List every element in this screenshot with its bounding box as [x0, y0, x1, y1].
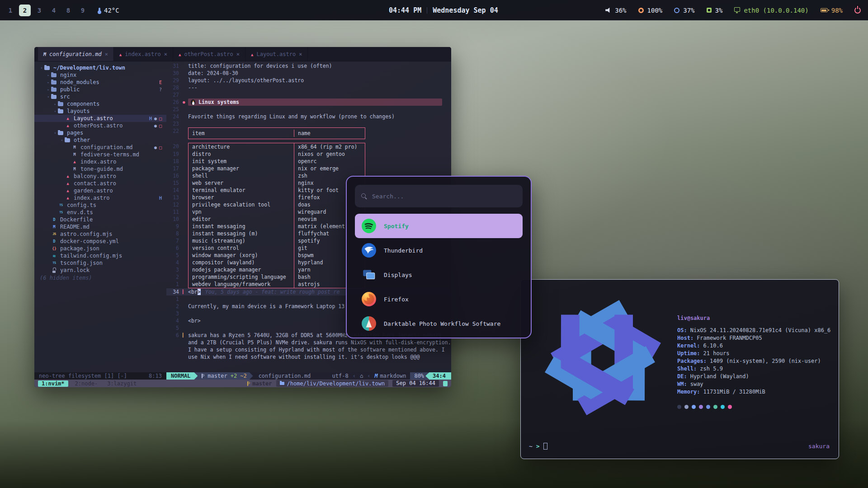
tmux-branch-name: master	[252, 380, 272, 387]
workspace-2[interactable]: 2	[19, 5, 31, 16]
module-brightness[interactable]: 100%	[638, 7, 663, 14]
search-input[interactable]	[372, 193, 516, 200]
close-tab-icon[interactable]: ×	[236, 51, 240, 57]
workspace-9[interactable]: 9	[77, 5, 89, 16]
tree-item[interactable]: yarn.lock	[34, 267, 166, 274]
tree-item[interactable]: astro.config.mjs	[34, 230, 166, 238]
sign-column	[183, 259, 188, 266]
table-cell: shell	[189, 172, 294, 179]
workspace-1[interactable]: 1	[5, 5, 16, 16]
power-icon[interactable]	[854, 7, 861, 14]
buffer-line[interactable]: 26●Linux systems	[166, 99, 451, 106]
tree-item[interactable]: README.md	[34, 223, 166, 230]
module-network[interactable]: eth0 (10.0.0.140)	[734, 7, 808, 14]
buffer-line[interactable]: 31title: configuration for devices i use…	[166, 62, 451, 70]
line-text: instant messaging (m)fluffychat	[188, 230, 365, 237]
gear-icon	[638, 8, 644, 13]
close-tab-icon[interactable]: ×	[164, 51, 167, 57]
tree-item[interactable]: ▸node_modulesE	[34, 79, 166, 86]
tree-item[interactable]: tsconfig.json	[34, 259, 166, 267]
editor-tab[interactable]: configuration.md×	[38, 47, 114, 61]
table-cell: instant messaging (m)	[189, 230, 294, 237]
line-number: 28	[166, 84, 183, 91]
editor-tab[interactable]: Layout.astro×	[245, 47, 308, 61]
line-number: 4	[166, 317, 183, 324]
tree-item[interactable]: ▸public?	[34, 86, 166, 93]
buffer-line[interactable]: 23	[166, 120, 451, 127]
tree-item[interactable]: env.d.ts	[34, 209, 166, 216]
tree-item[interactable]: fediverse-terms.md	[34, 151, 166, 158]
tree-item[interactable]: docker-compose.yml	[34, 238, 166, 245]
sign-column	[183, 165, 188, 172]
tree-item[interactable]: ▾pages	[34, 129, 166, 136]
buffer-line[interactable]	[166, 139, 451, 143]
tree-item-label: tailwind.config.mjs	[60, 253, 122, 259]
line-number: 7	[166, 237, 183, 244]
buffer-line[interactable]: 19distronixos or gentoo	[166, 150, 451, 158]
close-tab-icon[interactable]: ×	[105, 51, 108, 57]
tree-item[interactable]: ▾src	[34, 93, 166, 100]
app-item-displays[interactable]: Displays	[355, 263, 523, 287]
tree-item[interactable]: ▾layouts	[34, 108, 166, 115]
module-battery[interactable]: 98%	[821, 7, 843, 14]
module-volume[interactable]: 36%	[605, 7, 626, 14]
tree-item[interactable]: index.astro	[34, 158, 166, 165]
app-item-firefox[interactable]: Firefox	[355, 287, 523, 311]
buffer-line[interactable]: 22itemname	[166, 127, 451, 139]
line-text: ---	[188, 84, 451, 91]
tmux-window[interactable]: 3:lazygit	[104, 380, 139, 387]
tree-item[interactable]: Dockerfile	[34, 216, 166, 223]
app-item-darktable[interactable]: Darktable Photo Workflow Software	[355, 311, 523, 336]
tree-item-label: yarn.lock	[60, 267, 90, 273]
tmux-window[interactable]: 2:node-	[72, 380, 101, 387]
app-item-thunderbird[interactable]: Thunderbird	[355, 238, 523, 263]
close-tab-icon[interactable]: ×	[299, 51, 302, 57]
buffer-line[interactable]: 29layout: ../../layouts/otherPost.astro	[166, 77, 451, 84]
buffer-line[interactable]: 30date: 2024-08-30	[166, 70, 451, 77]
tab-label: Layout.astro	[256, 51, 296, 57]
tree-item[interactable]: Layout.astroH●□	[34, 115, 166, 122]
buffer-line[interactable]: 18init systemopenrc	[166, 158, 451, 165]
file-tree: ▾~/Development/liv.town▸nginx▸node_modul…	[34, 61, 166, 372]
buffer-line[interactable]: 27	[166, 91, 451, 99]
tree-item[interactable]: index.astroH	[34, 194, 166, 202]
astro-icon	[65, 174, 71, 179]
sign-column	[183, 91, 188, 99]
terminal-window: liv@sakura OS:NixOS 24.11.20240828.71e91…	[520, 279, 839, 459]
tree-item[interactable]: balcony.astro	[34, 173, 166, 180]
workspace-8[interactable]: 8	[62, 5, 74, 16]
tree-item[interactable]: configuration.md●□	[34, 144, 166, 151]
tree-item[interactable]: tone-guide.md	[34, 165, 166, 173]
editor-tab[interactable]: otherPost.astro×	[173, 47, 245, 61]
app-item-spotify[interactable]: Spotify	[355, 214, 523, 238]
tree-item[interactable]: garden.astro	[34, 187, 166, 194]
workspace-4[interactable]: 4	[48, 5, 60, 16]
search-box[interactable]	[355, 185, 523, 207]
temperature-value: 42°C	[104, 7, 119, 14]
module-cpu[interactable]: 3%	[707, 7, 723, 14]
tree-item-label: package.json	[60, 245, 99, 252]
workspace-3[interactable]: 3	[33, 5, 45, 16]
tree-item[interactable]: ▸nginx	[34, 71, 166, 79]
buffer-line[interactable]: 20architecturex86_64 (rip m2 pro)	[166, 143, 451, 150]
tree-item[interactable]: ▸components	[34, 100, 166, 108]
buffer-line[interactable]: 25	[166, 106, 451, 113]
module-disk[interactable]: 37%	[674, 7, 694, 14]
buffer-line[interactable]: 17package managernix or emerge	[166, 165, 451, 172]
shell-prompt[interactable]: ~ >	[529, 443, 547, 450]
sign-column: ●	[183, 99, 188, 106]
editor-tab[interactable]: index.astro×	[114, 47, 173, 61]
buffer-line[interactable]: 24Favorite things regarding Linux and my…	[166, 113, 451, 120]
tree-item[interactable]: config.ts	[34, 202, 166, 209]
tmux-window[interactable]: 1:nvim*	[38, 380, 68, 387]
tree-item[interactable]: contact.astro	[34, 180, 166, 187]
tree-item[interactable]: package.json	[34, 245, 166, 252]
line-number: 22	[166, 127, 183, 139]
buffer-line[interactable]: 28---	[166, 84, 451, 91]
line-number: 23	[166, 120, 183, 127]
tree-root[interactable]: ▾~/Development/liv.town	[34, 64, 166, 71]
tree-item[interactable]: ▾other	[34, 136, 166, 144]
sign-column	[183, 296, 188, 303]
tree-item[interactable]: tailwind.config.mjs	[34, 252, 166, 259]
tree-item[interactable]: otherPost.astro●□	[34, 122, 166, 129]
